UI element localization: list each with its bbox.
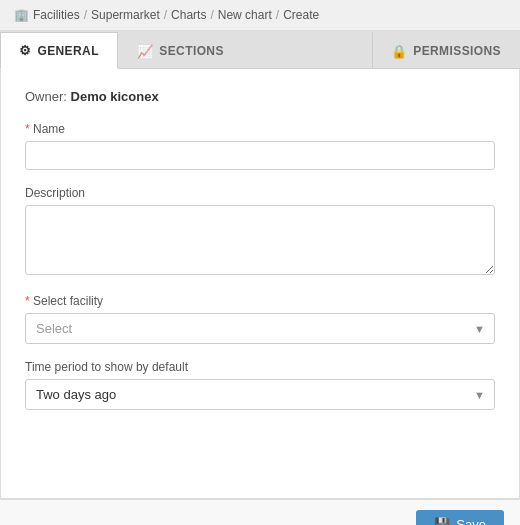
chart-icon: 📈 <box>137 44 153 59</box>
timeperiod-select[interactable]: Two days ago <box>25 379 495 410</box>
tab-permissions[interactable]: 🔒 Permissions <box>372 32 520 69</box>
facility-label: Select facility <box>25 294 495 308</box>
facility-field-group: Select facility Select ▼ <box>25 294 495 344</box>
tab-general[interactable]: ⚙ General <box>0 32 118 69</box>
breadcrumb-item-4[interactable]: New chart <box>218 8 272 22</box>
save-icon: 💾 <box>434 517 450 525</box>
owner-value: Demo kiconex <box>71 89 159 104</box>
breadcrumb-item-2[interactable]: Supermarket <box>91 8 160 22</box>
breadcrumb-sep-4: / <box>276 8 279 22</box>
owner-label: Owner: <box>25 89 67 104</box>
gear-icon: ⚙ <box>19 43 31 58</box>
description-label: Description <box>25 186 495 200</box>
footer-bar: 💾 Save <box>0 499 520 525</box>
tab-spacer <box>243 31 372 68</box>
breadcrumb-sep-1: / <box>84 8 87 22</box>
name-input[interactable] <box>25 141 495 170</box>
name-field-group: Name <box>25 122 495 170</box>
description-input[interactable] <box>25 205 495 275</box>
timeperiod-label: Time period to show by default <box>25 360 495 374</box>
tab-sections-label: Sections <box>159 44 224 58</box>
owner-line: Owner: Demo kiconex <box>25 89 495 104</box>
timeperiod-field-group: Time period to show by default Two days … <box>25 360 495 410</box>
tabs-bar: ⚙ General 📈 Sections 🔒 Permissions <box>0 31 520 69</box>
lock-icon: 🔒 <box>391 44 407 59</box>
breadcrumb-sep-3: / <box>210 8 213 22</box>
save-button[interactable]: 💾 Save <box>416 510 504 525</box>
content-panel: Owner: Demo kiconex Name Description Sel… <box>0 69 520 499</box>
breadcrumb-sep-2: / <box>164 8 167 22</box>
tab-general-label: General <box>37 44 98 58</box>
name-label: Name <box>25 122 495 136</box>
tab-sections[interactable]: 📈 Sections <box>118 32 243 69</box>
description-field-group: Description <box>25 186 495 278</box>
timeperiod-select-wrapper: Two days ago ▼ <box>25 379 495 410</box>
facility-select[interactable]: Select <box>25 313 495 344</box>
breadcrumb-item-1[interactable]: Facilities <box>33 8 80 22</box>
save-label: Save <box>456 517 486 525</box>
tab-permissions-label: Permissions <box>413 44 501 58</box>
breadcrumb-item-3[interactable]: Charts <box>171 8 206 22</box>
breadcrumb-item-5[interactable]: Create <box>283 8 319 22</box>
facility-select-wrapper: Select ▼ <box>25 313 495 344</box>
breadcrumb: 🏢 Facilities / Supermarket / Charts / Ne… <box>0 0 520 31</box>
breadcrumb-icon: 🏢 <box>14 8 29 22</box>
